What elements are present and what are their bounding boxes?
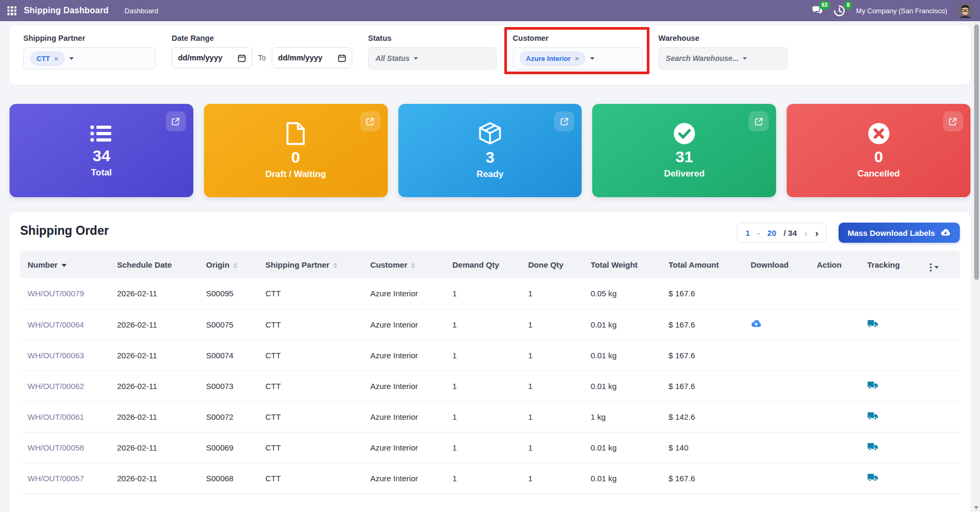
column-header-number[interactable]: Number	[20, 251, 113, 278]
stat-card-delivered[interactable]: 31Delivered	[592, 104, 776, 197]
customer-tag: Azure Interior ×	[520, 51, 585, 66]
external-link-icon[interactable]	[166, 111, 186, 131]
truck-icon[interactable]	[867, 381, 878, 391]
shipping-partner-label: Shipping Partner	[23, 34, 156, 42]
activities-badge: 8	[844, 1, 852, 10]
date-to-value: dd/mm/yyyy	[278, 54, 323, 62]
shipping-partner-select[interactable]: CTT ×	[23, 47, 156, 69]
order-number-link[interactable]: WH/OUT/00061	[28, 412, 84, 421]
external-link-icon[interactable]	[554, 111, 574, 131]
date-to-input[interactable]: dd/mm/yyyy	[272, 47, 352, 68]
cloud-download-icon[interactable]	[751, 320, 762, 330]
cell-action	[813, 278, 863, 309]
customer-label: Customer	[513, 34, 643, 42]
cell-download	[746, 432, 813, 463]
cell-customer: Azure Interior	[366, 309, 448, 340]
order-number-link[interactable]: WH/OUT/00079	[28, 289, 84, 298]
cell-schedule-date: 2026-02-11	[113, 463, 202, 493]
pagination-end[interactable]: 20	[768, 228, 777, 237]
column-header-label: Origin	[206, 260, 229, 269]
sort-icon	[411, 263, 415, 268]
cell-customer: Azure Interior	[366, 340, 448, 370]
pagination-separator: -	[758, 228, 760, 237]
sort-icon	[233, 263, 237, 268]
order-number-link[interactable]: WH/OUT/00062	[28, 382, 84, 391]
order-number-link[interactable]: WH/OUT/00058	[28, 443, 84, 452]
cell-amount: $ 167.6	[664, 278, 746, 309]
order-number-link[interactable]: WH/OUT/00057	[28, 474, 84, 483]
chevron-down-icon	[414, 57, 418, 60]
cell-number: WH/OUT/00063	[20, 340, 113, 370]
external-link-icon[interactable]	[360, 111, 380, 131]
column-header-label: Schedule Date	[117, 260, 172, 269]
warehouse-select[interactable]: Search Warehouse...	[658, 47, 788, 69]
stat-card-total[interactable]: 34Total	[10, 104, 193, 197]
cell-action	[813, 463, 863, 493]
order-number-link[interactable]: WH/OUT/00063	[28, 351, 84, 360]
stat-card-draft-waiting[interactable]: 0Draft / Waiting	[204, 104, 388, 197]
shipping-partner-tag-remove-icon[interactable]: ×	[54, 55, 58, 63]
menu-item-dashboard[interactable]: Dashboard	[124, 7, 158, 15]
cell-number: WH/OUT/00061	[20, 401, 113, 432]
external-link-icon[interactable]	[749, 111, 769, 131]
truck-icon[interactable]	[867, 442, 878, 453]
status-select[interactable]: All Status	[368, 47, 497, 69]
scrollbar-thumb[interactable]	[974, 24, 979, 280]
cell-partner: CTT	[261, 340, 366, 370]
stat-card-ready[interactable]: 3Ready	[398, 104, 582, 197]
truck-icon[interactable]	[867, 319, 878, 330]
cell-options	[925, 370, 960, 401]
truck-icon[interactable]	[867, 411, 878, 422]
cell-origin: S00074	[202, 340, 261, 370]
company-switcher[interactable]: My Company (San Francisco)	[856, 7, 947, 15]
cell-schedule-date: 2026-02-11	[113, 340, 202, 370]
cell-tracking	[863, 370, 925, 401]
column-header-tracking[interactable]: Tracking	[863, 251, 925, 278]
user-avatar[interactable]	[958, 3, 973, 18]
messages-icon[interactable]: 63	[812, 5, 823, 16]
pagination-prev-icon[interactable]: ‹	[804, 228, 807, 238]
cell-customer: Azure Interior	[366, 370, 448, 401]
column-header-origin[interactable]: Origin	[202, 251, 261, 278]
column-header-download[interactable]: Download	[746, 251, 813, 278]
cell-tracking	[863, 340, 925, 370]
scrollbar-down-arrow-icon[interactable]	[974, 506, 978, 509]
column-header-schedule-date[interactable]: Schedule Date	[113, 251, 202, 278]
order-number-link[interactable]: WH/OUT/00064	[28, 320, 84, 329]
shipping-partner-tag-label: CTT	[37, 55, 50, 63]
cell-tracking	[863, 278, 925, 309]
stat-card-label: Total	[91, 167, 112, 178]
column-header-done-qty[interactable]: Done Qty	[524, 251, 586, 278]
stat-card-cancelled[interactable]: 0Cancelled	[787, 104, 970, 197]
column-header-total-weight[interactable]: Total Weight	[586, 251, 664, 278]
column-header-action[interactable]: Action	[813, 251, 863, 278]
cell-download	[746, 370, 813, 401]
cell-origin: S00068	[202, 463, 261, 493]
column-header-total-amount[interactable]: Total Amount	[664, 251, 746, 278]
external-link-icon[interactable]	[943, 111, 963, 131]
mass-download-labels-label: Mass Download Labels	[848, 228, 935, 237]
column-header-shipping-partner[interactable]: Shipping Partner	[261, 251, 366, 278]
activities-clock-icon[interactable]: 8	[834, 5, 845, 16]
cell-schedule-date: 2026-02-11	[113, 370, 202, 401]
truck-icon[interactable]	[867, 473, 878, 483]
pagination-next-icon[interactable]: ›	[815, 228, 818, 238]
column-header-demand-qty[interactable]: Demand Qty	[448, 251, 524, 278]
cell-amount: $ 167.6	[664, 370, 746, 401]
cell-origin: S00075	[202, 309, 261, 340]
column-header-customer[interactable]: Customer	[366, 251, 448, 278]
mass-download-labels-button[interactable]: Mass Download Labels	[839, 223, 960, 243]
pagination-total: / 34	[783, 228, 797, 237]
cell-options	[925, 432, 960, 463]
column-options-icon[interactable]	[925, 251, 960, 278]
cell-amount: $ 140	[664, 432, 746, 463]
date-from-input[interactable]: dd/mm/yyyy	[172, 47, 252, 68]
apps-grid-icon[interactable]	[7, 6, 16, 15]
vertical-scrollbar[interactable]	[973, 21, 980, 512]
stat-card-label: Draft / Waiting	[265, 169, 326, 180]
cell-schedule-date: 2026-02-11	[113, 432, 202, 463]
chevron-down-icon	[743, 57, 747, 60]
pagination-start[interactable]: 1	[745, 228, 750, 237]
customer-tag-remove-icon[interactable]: ×	[575, 55, 579, 63]
customer-select[interactable]: Azure Interior ×	[513, 47, 643, 69]
